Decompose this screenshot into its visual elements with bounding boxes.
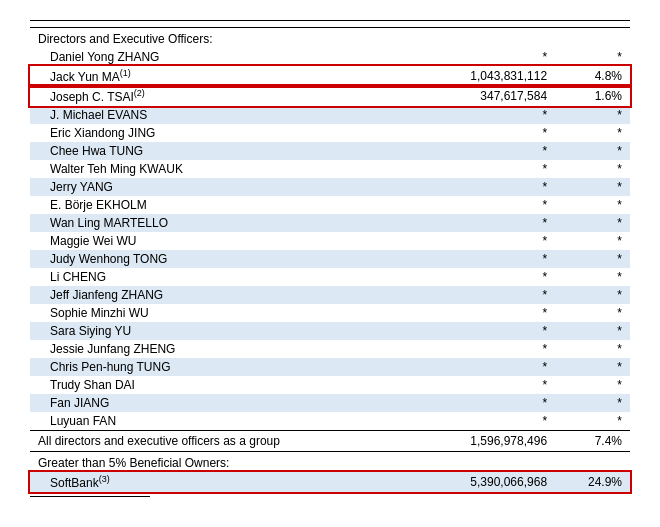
table-row-judy-tong: Judy Wenhong TONG * * xyxy=(30,250,630,268)
table-row-eric-jing: Eric Xiandong JING * * xyxy=(30,124,630,142)
row-name: Walter Teh Ming KWAUK xyxy=(30,160,416,178)
row-percent: 1.6% xyxy=(555,86,630,106)
row-shares: * xyxy=(416,250,555,268)
header-percent xyxy=(555,21,630,28)
row-percent: * xyxy=(555,250,630,268)
group-percent: 7.4% xyxy=(555,431,630,452)
row-percent: 4.8% xyxy=(555,66,630,86)
row-shares: * xyxy=(416,48,555,66)
table-row-jack-ma: Jack Yun MA(1) 1,043,831,112 4.8% xyxy=(30,66,630,86)
table-row-borje-ekholm: E. Börje EKHOLM * * xyxy=(30,196,630,214)
row-name: Chee Hwa TUNG xyxy=(30,142,416,160)
row-shares: * xyxy=(416,124,555,142)
row-shares: * xyxy=(416,178,555,196)
row-shares: * xyxy=(416,286,555,304)
row-percent: * xyxy=(555,196,630,214)
row-name: Eric Xiandong JING xyxy=(30,124,416,142)
row-name: Joseph C. TSAI(2) xyxy=(30,86,416,106)
header-shares xyxy=(416,21,555,28)
table-row-michael-evans: J. Michael EVANS * * xyxy=(30,106,630,124)
row-shares: 347,617,584 xyxy=(416,86,555,106)
section-header-directors-label: Directors and Executive Officers: xyxy=(30,28,630,49)
row-percent: * xyxy=(555,412,630,431)
section-header-beneficial-label: Greater than 5% Beneficial Owners: xyxy=(30,452,630,473)
row-shares: * xyxy=(416,106,555,124)
table-row-daniel-zhang: Daniel Yong ZHANG * * xyxy=(30,48,630,66)
row-name: Judy Wenhong TONG xyxy=(30,250,416,268)
row-name: Jessie Junfang ZHENG xyxy=(30,340,416,358)
table-row-sophie-wu: Sophie Minzhi WU * * xyxy=(30,304,630,322)
row-shares: * xyxy=(416,304,555,322)
row-percent: * xyxy=(555,48,630,66)
row-percent: * xyxy=(555,286,630,304)
row-percent: 24.9% xyxy=(555,472,630,492)
row-shares: * xyxy=(416,196,555,214)
row-name: J. Michael EVANS xyxy=(30,106,416,124)
table-row-trudy-dai: Trudy Shan DAI * * xyxy=(30,376,630,394)
table-row-jeff-zhang: Jeff Jianfeng ZHANG * * xyxy=(30,286,630,304)
row-name: Wan Ling MARTELLO xyxy=(30,214,416,232)
group-shares: 1,596,978,496 xyxy=(416,431,555,452)
row-percent: * xyxy=(555,394,630,412)
row-shares: * xyxy=(416,394,555,412)
table-row-wan-martello: Wan Ling MARTELLO * * xyxy=(30,214,630,232)
row-percent: * xyxy=(555,268,630,286)
table-row-chris-tung: Chris Pen-hung TUNG * * xyxy=(30,358,630,376)
row-shares: * xyxy=(416,142,555,160)
table-row-walter-kwauk: Walter Teh Ming KWAUK * * xyxy=(30,160,630,178)
row-name: Chris Pen-hung TUNG xyxy=(30,358,416,376)
table-row-softbank: SoftBank(3) 5,390,066,968 24.9% xyxy=(30,472,630,492)
row-shares: 1,043,831,112 xyxy=(416,66,555,86)
row-shares: * xyxy=(416,232,555,250)
footnote-line xyxy=(30,496,150,499)
row-name: Maggie Wei WU xyxy=(30,232,416,250)
table-row-li-cheng: Li CHENG * * xyxy=(30,268,630,286)
row-name: Sara Siying YU xyxy=(30,322,416,340)
row-name: Daniel Yong ZHANG xyxy=(30,48,416,66)
header-name xyxy=(30,21,416,28)
table-row-sara-yu: Sara Siying YU * * xyxy=(30,322,630,340)
row-name: Jerry YANG xyxy=(30,178,416,196)
row-percent: * xyxy=(555,124,630,142)
table-row-chee-tung: Chee Hwa TUNG * * xyxy=(30,142,630,160)
row-name: SoftBank(3) xyxy=(30,472,416,492)
table-row-fan-jiang: Fan JIANG * * xyxy=(30,394,630,412)
row-name: Li CHENG xyxy=(30,268,416,286)
row-percent: * xyxy=(555,376,630,394)
row-percent: * xyxy=(555,358,630,376)
row-percent: * xyxy=(555,214,630,232)
row-shares: * xyxy=(416,268,555,286)
row-percent: * xyxy=(555,142,630,160)
table-row-jerry-yang: Jerry YANG * * xyxy=(30,178,630,196)
row-name: E. Börje EKHOLM xyxy=(30,196,416,214)
section-header-beneficial: Greater than 5% Beneficial Owners: xyxy=(30,452,630,473)
row-shares: * xyxy=(416,214,555,232)
row-shares: * xyxy=(416,412,555,431)
row-percent: * xyxy=(555,178,630,196)
row-name: Fan JIANG xyxy=(30,394,416,412)
table-row-jessie-zheng: Jessie Junfang ZHENG * * xyxy=(30,340,630,358)
row-percent: * xyxy=(555,322,630,340)
table-row-joseph-tsai: Joseph C. TSAI(2) 347,617,584 1.6% xyxy=(30,86,630,106)
row-percent: * xyxy=(555,232,630,250)
row-shares: * xyxy=(416,322,555,340)
section-header-directors: Directors and Executive Officers: xyxy=(30,28,630,49)
row-shares: * xyxy=(416,358,555,376)
row-percent: * xyxy=(555,340,630,358)
row-percent: * xyxy=(555,106,630,124)
ownership-table: Directors and Executive Officers: Daniel… xyxy=(30,20,630,492)
row-shares: * xyxy=(416,376,555,394)
row-percent: * xyxy=(555,160,630,178)
row-name: Luyuan FAN xyxy=(30,412,416,431)
row-shares: * xyxy=(416,340,555,358)
row-name: Jeff Jianfeng ZHANG xyxy=(30,286,416,304)
row-percent: * xyxy=(555,304,630,322)
row-name: Jack Yun MA(1) xyxy=(30,66,416,86)
table-row-luyuan-fan: Luyuan FAN * * xyxy=(30,412,630,431)
row-name: Sophie Minzhi WU xyxy=(30,304,416,322)
group-name: All directors and executive officers as … xyxy=(30,431,416,452)
row-shares: 5,390,066,968 xyxy=(416,472,555,492)
row-name: Trudy Shan DAI xyxy=(30,376,416,394)
table-row-maggie-wu: Maggie Wei WU * * xyxy=(30,232,630,250)
group-row: All directors and executive officers as … xyxy=(30,431,630,452)
